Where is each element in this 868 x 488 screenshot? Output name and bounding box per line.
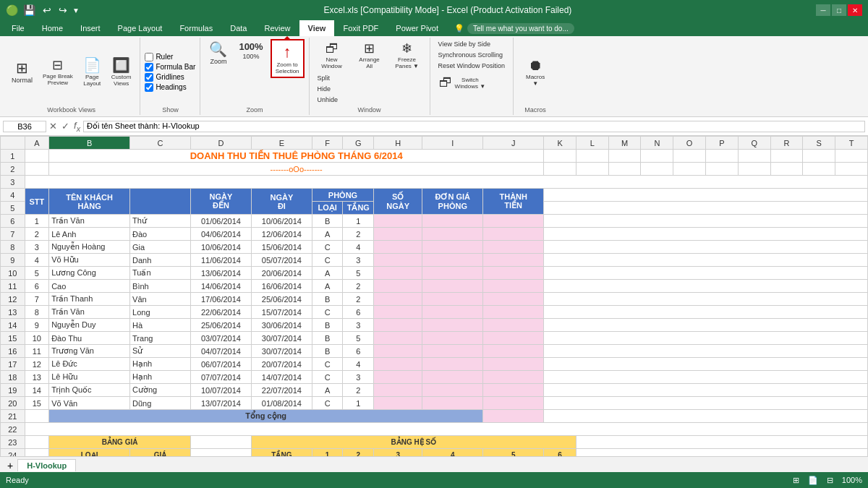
col-header-K[interactable]: K — [544, 137, 576, 150]
tab-foxit-pdf[interactable]: Foxit PDF — [334, 20, 387, 36]
cell-J20[interactable] — [483, 397, 544, 410]
cell-I17[interactable] — [422, 358, 483, 371]
cell-J7[interactable] — [483, 228, 544, 241]
customize-qa[interactable]: ▼ — [72, 7, 80, 14]
row-header-20[interactable]: 20 — [1, 397, 25, 410]
row-header-9[interactable]: 9 — [1, 254, 25, 267]
col-header-S[interactable]: S — [803, 137, 835, 150]
cell-A16[interactable]: 11 — [25, 345, 49, 358]
cell-G11[interactable]: 2 — [343, 280, 374, 293]
cell-F24[interactable]: 1 — [312, 449, 343, 457]
cell-A24[interactable] — [25, 449, 49, 457]
cell-rest-8[interactable] — [544, 241, 868, 254]
cell-D18[interactable]: 07/07/2014 — [190, 371, 251, 384]
cell-B11[interactable]: Cao — [49, 280, 130, 293]
cell-F13[interactable]: C — [312, 306, 343, 319]
cell-G10[interactable]: 5 — [343, 267, 374, 280]
cell-I7[interactable] — [422, 228, 483, 241]
cell-I11[interactable] — [422, 280, 483, 293]
cell-H4[interactable]: SỐNGÀY — [374, 189, 422, 215]
cell-D15[interactable]: 03/07/2014 — [190, 332, 251, 345]
cell-rest-13[interactable] — [544, 306, 868, 319]
tab-view[interactable]: View — [299, 20, 335, 36]
cell-B9[interactable]: Võ Hữu — [49, 254, 130, 267]
cell-B1[interactable]: DOANH THU TIỀN THUÊ PHÒNG THÁNG 6/2014 — [49, 150, 544, 163]
cell-C9[interactable]: Danh — [130, 254, 191, 267]
view-side-by-side-button[interactable]: View Side by Side — [435, 39, 494, 49]
cell-H11[interactable] — [374, 280, 422, 293]
cell-rest-17[interactable] — [544, 358, 868, 371]
save-button[interactable]: 💾 — [21, 4, 38, 16]
row-header-12[interactable]: 12 — [1, 293, 25, 306]
cell-A2[interactable] — [25, 163, 49, 176]
cell-G13[interactable]: 6 — [343, 306, 374, 319]
cell-S1[interactable] — [803, 150, 835, 163]
cell-B16[interactable]: Trương Văn — [49, 345, 130, 358]
cell-D10[interactable]: 13/06/2014 — [190, 267, 251, 280]
cell-B18[interactable]: Lê Hữu — [49, 371, 130, 384]
cell-I13[interactable] — [422, 306, 483, 319]
cell-E6[interactable]: 10/06/2014 — [251, 215, 312, 228]
cell-B23[interactable]: BẢNG GIÁ — [49, 436, 191, 449]
cell-H8[interactable] — [374, 241, 422, 254]
col-header-B[interactable]: B — [49, 137, 130, 150]
cell-E24[interactable]: TẦNG — [251, 449, 312, 457]
hide-button[interactable]: Hide — [314, 84, 342, 94]
cell-C19[interactable]: Cường — [130, 384, 191, 397]
cell-D6[interactable]: 01/06/2014 — [190, 215, 251, 228]
cell-rest-18[interactable] — [544, 371, 868, 384]
cell-T1[interactable] — [835, 150, 868, 163]
cell-G9[interactable]: 3 — [343, 254, 374, 267]
cell-D17[interactable]: 06/07/2014 — [190, 358, 251, 371]
cell-F8[interactable]: C — [312, 241, 343, 254]
tab-power-pivot[interactable]: Power Pivot — [387, 20, 447, 36]
cell-C11[interactable]: Bình — [130, 280, 191, 293]
cell-A14[interactable]: 9 — [25, 319, 49, 332]
col-header-T[interactable]: T — [835, 137, 868, 150]
cell-F4[interactable]: PHÒNG — [312, 189, 373, 202]
cell-H7[interactable] — [374, 228, 422, 241]
custom-views-button[interactable]: 🔲 CustomViews — [107, 55, 136, 90]
cell-F6[interactable]: B — [312, 215, 343, 228]
cell-G14[interactable]: 3 — [343, 319, 374, 332]
col-header-G[interactable]: G — [343, 137, 374, 150]
cell-rest-11[interactable] — [544, 280, 868, 293]
row-header-6[interactable]: 6 — [1, 215, 25, 228]
cell-H14[interactable] — [374, 319, 422, 332]
cell-I4[interactable]: ĐƠN GIÁPHÒNG — [422, 189, 483, 215]
view-preview-icon[interactable]: ⊟ — [827, 476, 833, 485]
cell-D19[interactable]: 10/07/2014 — [190, 384, 251, 397]
cell-F17[interactable]: C — [312, 358, 343, 371]
cell-N1[interactable] — [641, 150, 673, 163]
cell-A7[interactable]: 2 — [25, 228, 49, 241]
cell-D20[interactable]: 13/07/2014 — [190, 397, 251, 410]
col-header-M[interactable]: M — [608, 137, 641, 150]
cell-rest-12[interactable] — [544, 293, 868, 306]
formula-bar-checkbox[interactable] — [145, 63, 153, 72]
col-header-A[interactable]: A — [25, 137, 49, 150]
row-header-21[interactable]: 21 — [1, 410, 25, 423]
cell-B20[interactable]: Võ Văn — [49, 397, 130, 410]
cell-J11[interactable] — [483, 280, 544, 293]
col-header-L[interactable]: L — [576, 137, 608, 150]
new-window-button[interactable]: 🗗 NewWindow — [314, 39, 350, 72]
cell-C10[interactable]: Tuấn — [130, 267, 191, 280]
cell-G19[interactable]: 2 — [343, 384, 374, 397]
cell-B19[interactable]: Trịnh Quốc — [49, 384, 130, 397]
cell-C20[interactable]: Dũng — [130, 397, 191, 410]
cell-F15[interactable]: B — [312, 332, 343, 345]
cell-E23[interactable]: BẢNG HỆ SỐ — [251, 436, 576, 449]
cell-row3[interactable] — [25, 176, 867, 189]
cell-J9[interactable] — [483, 254, 544, 267]
cell-H15[interactable] — [374, 332, 422, 345]
cell-E8[interactable]: 15/06/2014 — [251, 241, 312, 254]
cell-A13[interactable]: 8 — [25, 306, 49, 319]
cell-J19[interactable] — [483, 384, 544, 397]
cell-T2[interactable] — [835, 163, 868, 176]
cell-P1[interactable] — [706, 150, 739, 163]
cell-C24[interactable]: GIÁ — [130, 449, 191, 457]
cell-B24[interactable]: LOẠI — [49, 449, 130, 457]
cell-I14[interactable] — [422, 319, 483, 332]
cell-C18[interactable]: Hạnh — [130, 371, 191, 384]
cell-B7[interactable]: Lê Anh — [49, 228, 130, 241]
